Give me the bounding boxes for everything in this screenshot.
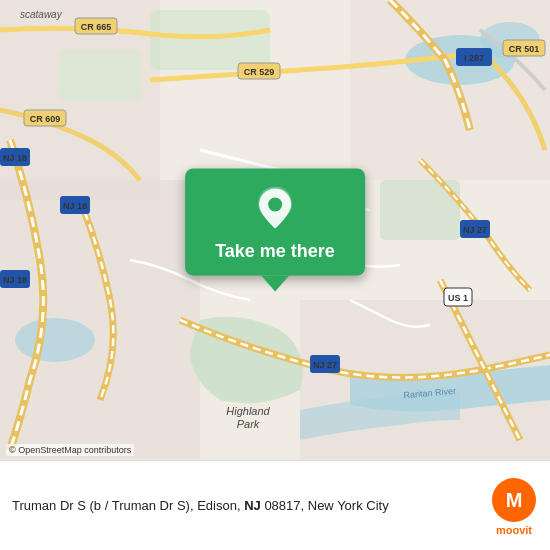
svg-text:US 1: US 1	[448, 293, 468, 303]
svg-text:Highland: Highland	[226, 405, 270, 417]
svg-text:M: M	[506, 489, 523, 511]
take-me-there-button[interactable]: Take me there	[215, 241, 335, 262]
svg-text:NJ 18: NJ 18	[3, 275, 27, 285]
callout-arrow	[261, 276, 289, 292]
location-text: Truman Dr S (b / Truman Dr S), Edison, N…	[12, 498, 389, 513]
svg-text:I 287: I 287	[464, 53, 484, 63]
take-me-there-overlay[interactable]: Take me there	[185, 169, 365, 292]
svg-text:scataway: scataway	[20, 9, 63, 20]
svg-rect-9	[150, 10, 270, 70]
svg-point-7	[15, 318, 95, 362]
osm-credit: © OpenStreetMap contributors	[6, 444, 134, 456]
moovit-logo: M moovit	[490, 476, 538, 536]
svg-point-38	[268, 198, 282, 212]
map-container: CR 665 CR 529 I 287 CR 501 NJ 18 NJ 18 N…	[0, 0, 550, 460]
svg-text:CR 609: CR 609	[30, 114, 61, 124]
bottom-bar: Truman Dr S (b / Truman Dr S), Edison, N…	[0, 460, 550, 550]
green-box[interactable]: Take me there	[185, 169, 365, 276]
svg-text:NJ 27: NJ 27	[463, 225, 487, 235]
svg-text:CR 501: CR 501	[509, 44, 540, 54]
svg-text:NJ 18: NJ 18	[3, 153, 27, 163]
svg-text:NJ 27: NJ 27	[313, 360, 337, 370]
location-info: Truman Dr S (b / Truman Dr S), Edison, N…	[12, 496, 478, 515]
moovit-label: moovit	[496, 524, 532, 536]
svg-rect-10	[60, 50, 140, 100]
svg-text:CR 665: CR 665	[81, 22, 112, 32]
svg-text:Park: Park	[237, 418, 260, 430]
svg-text:CR 529: CR 529	[244, 67, 275, 77]
location-pin-icon	[253, 187, 297, 231]
svg-text:NJ 18: NJ 18	[63, 201, 87, 211]
